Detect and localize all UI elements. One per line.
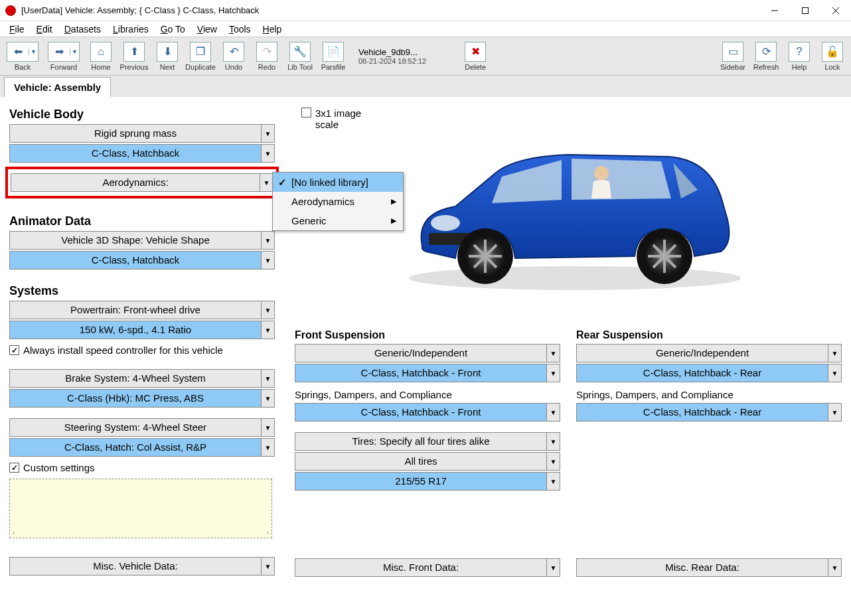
menu-libraries[interactable]: Libraries — [108, 23, 154, 36]
forward-button[interactable]: ➡▼Forward — [45, 39, 82, 74]
aerodynamics-combo[interactable]: Aerodynamics:▼ — [11, 173, 273, 192]
chevron-down-icon[interactable]: ▼ — [828, 345, 841, 362]
vehicle-body-value-combo[interactable]: C-Class, Hatchback▼ — [9, 144, 275, 163]
svg-point-5 — [431, 215, 460, 231]
dropdown-item-aerodynamics[interactable]: Aerodynamics▶ — [273, 192, 403, 211]
chevron-down-icon[interactable]: ▼ — [261, 419, 274, 436]
misc-rear-data-combo[interactable]: Misc. Rear Data:▼ — [576, 558, 842, 577]
rear-sdc-label: Springs, Dampers, and Compliance — [576, 389, 842, 400]
animator-value-combo[interactable]: C-Class, Hatchback▼ — [9, 251, 275, 270]
rear-suspension-heading: Rear Suspension — [576, 329, 842, 341]
dropdown-item-no-linked[interactable]: ✓[No linked library] — [273, 173, 403, 192]
minimize-button[interactable] — [759, 0, 790, 21]
chevron-down-icon[interactable]: ▼ — [261, 125, 274, 142]
toolbar: ⬅▼Back ➡▼Forward ⌂Home ⬆Previous ⬇Next ❐… — [0, 37, 851, 76]
chevron-down-icon[interactable]: ▼ — [261, 370, 274, 387]
redo-button[interactable]: ↷Redo — [252, 39, 281, 74]
menu-help[interactable]: Help — [258, 23, 287, 36]
undo-button[interactable]: ↶Undo — [219, 39, 248, 74]
libtool-button[interactable]: 🔧Lib Tool — [285, 39, 315, 74]
chevron-down-icon[interactable]: ▼ — [546, 404, 560, 421]
front-sdc-combo[interactable]: C-Class, Hatchback - Front▼ — [295, 403, 560, 422]
menu-edit[interactable]: Edit — [31, 23, 58, 36]
chevron-down-icon[interactable]: ▼ — [261, 439, 274, 456]
chevron-down-icon[interactable]: ▼ — [546, 433, 560, 450]
powertrain-combo[interactable]: Powertrain: Front-wheel drive▼ — [9, 301, 275, 319]
refresh-button[interactable]: ⟳Refresh — [751, 39, 781, 74]
window-title: [UserData] Vehicle: Assembly; { C-Class … — [21, 5, 759, 15]
back-button[interactable]: ⬅▼Back — [4, 39, 41, 74]
all-tires-combo[interactable]: All tires▼ — [295, 452, 560, 471]
chevron-down-icon[interactable]: ▼ — [828, 559, 841, 576]
svg-point-4 — [409, 266, 741, 290]
titlebar: [UserData] Vehicle: Assembly; { C-Class … — [0, 0, 851, 21]
misc-front-data-combo[interactable]: Misc. Front Data:▼ — [295, 558, 560, 577]
checkbox-icon — [301, 108, 311, 117]
aerodynamics-dropdown: ✓[No linked library] Aerodynamics▶ Gener… — [272, 172, 404, 231]
lock-button[interactable]: 🔓Lock — [818, 39, 847, 74]
home-button[interactable]: ⌂Home — [86, 39, 116, 74]
chevron-down-icon[interactable]: ▼ — [261, 558, 274, 575]
menubar: File Edit Datasets Libraries Go To View … — [0, 21, 851, 37]
checkbox-icon: ✓ — [9, 345, 19, 355]
tires-spec-combo[interactable]: Tires: Specify all four tires alike▼ — [295, 432, 560, 451]
menu-file[interactable]: File — [4, 23, 30, 36]
svg-point-21 — [594, 166, 609, 181]
chevron-down-icon[interactable]: ▼ — [546, 364, 560, 382]
vehicle-shape-combo[interactable]: Vehicle 3D Shape: Vehicle Shape▼ — [9, 231, 275, 250]
maximize-button[interactable] — [790, 0, 820, 21]
submenu-arrow-icon: ▶ — [391, 216, 396, 225]
aerodynamics-highlight: Aerodynamics:▼ ✓[No linked library] Aero… — [5, 167, 279, 198]
rear-susp-type-combo[interactable]: Generic/Independent▼ — [576, 344, 842, 362]
submenu-arrow-icon: ▶ — [391, 197, 396, 206]
tab-row: Vehicle: Assembly — [0, 76, 851, 97]
dropdown-item-generic[interactable]: Generic▶ — [273, 211, 403, 230]
misc-vehicle-data-combo[interactable]: Misc. Vehicle Data:▼ — [9, 557, 275, 576]
previous-button[interactable]: ⬆Previous — [119, 39, 149, 74]
chevron-down-icon[interactable]: ▼ — [546, 559, 560, 576]
steering-value-combo[interactable]: C-Class, Hatch: Col Assist, R&P▼ — [9, 438, 275, 457]
menu-datasets[interactable]: Datasets — [59, 23, 106, 36]
duplicate-button[interactable]: ❐Duplicate — [186, 39, 215, 74]
help-button[interactable]: ?Help — [785, 39, 814, 74]
chevron-down-icon[interactable]: ▼ — [261, 252, 274, 269]
front-sdc-label: Springs, Dampers, and Compliance — [295, 389, 560, 400]
sidebar-button[interactable]: ▭Sidebar — [718, 39, 747, 74]
menu-goto[interactable]: Go To — [155, 23, 191, 36]
chevron-down-icon[interactable]: ▼ — [261, 321, 274, 339]
chevron-down-icon[interactable]: ▼ — [546, 345, 560, 362]
close-button[interactable] — [820, 0, 851, 21]
rigid-mass-combo[interactable]: Rigid sprung mass▼ — [9, 124, 275, 143]
front-susp-type-combo[interactable]: Generic/Independent▼ — [295, 344, 560, 362]
chevron-down-icon[interactable]: ▼ — [261, 390, 274, 407]
menu-view[interactable]: View — [192, 23, 222, 36]
powertrain-value-combo[interactable]: 150 kW, 6-spd., 4.1 Ratio▼ — [9, 321, 275, 339]
chevron-down-icon[interactable]: ▼ — [828, 364, 841, 382]
chevron-down-icon[interactable]: ▼ — [261, 232, 274, 249]
parsfile-button[interactable]: 📄Parsfile — [319, 39, 348, 74]
image-scale-checkbox[interactable]: 3x1 image scale — [301, 108, 375, 130]
front-suspension-heading: Front Suspension — [295, 329, 560, 341]
delete-button[interactable]: ✖Delete — [461, 39, 490, 74]
next-button[interactable]: ⬇Next — [153, 39, 182, 74]
brake-value-combo[interactable]: C-Class (Hbk): MC Press, ABS▼ — [9, 389, 275, 408]
custom-settings-textarea[interactable]: ‹› — [9, 479, 272, 538]
checkbox-icon: ✓ — [9, 463, 19, 473]
vehicle-body-heading: Vehicle Body — [9, 108, 275, 121]
custom-settings-checkbox[interactable]: ✓Custom settings — [9, 462, 275, 473]
chevron-down-icon[interactable]: ▼ — [546, 473, 560, 490]
steering-system-combo[interactable]: Steering System: 4-Wheel Steer▼ — [9, 418, 275, 437]
chevron-down-icon[interactable]: ▼ — [261, 145, 274, 162]
front-susp-value-combo[interactable]: C-Class, Hatchback - Front▼ — [295, 364, 560, 382]
tab-vehicle-assembly[interactable]: Vehicle: Assembly — [4, 77, 111, 97]
brake-system-combo[interactable]: Brake System: 4-Wheel System▼ — [9, 369, 275, 388]
tire-value-combo[interactable]: 215/55 R17▼ — [295, 472, 560, 491]
rear-sdc-combo[interactable]: C-Class, Hatchback - Rear▼ — [576, 403, 842, 422]
menu-tools[interactable]: Tools — [224, 23, 256, 36]
chevron-down-icon[interactable]: ▼ — [260, 174, 273, 191]
rear-susp-value-combo[interactable]: C-Class, Hatchback - Rear▼ — [576, 364, 842, 382]
chevron-down-icon[interactable]: ▼ — [828, 404, 841, 421]
chevron-down-icon[interactable]: ▼ — [546, 453, 560, 470]
speed-controller-checkbox[interactable]: ✓Always install speed controller for thi… — [9, 345, 275, 356]
chevron-down-icon[interactable]: ▼ — [261, 301, 274, 319]
